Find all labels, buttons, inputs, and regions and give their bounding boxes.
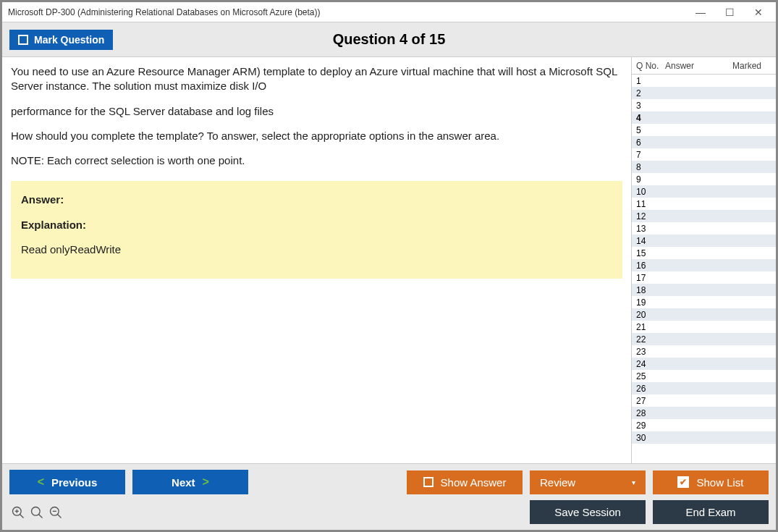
list-row[interactable]: 10 (632, 185, 776, 198)
review-button[interactable]: Review ▾ (530, 470, 646, 494)
mark-question-label: Mark Question (34, 34, 104, 46)
minimize-icon[interactable]: — (686, 4, 715, 21)
row-qno: 1 (632, 76, 661, 86)
question-title: Question 4 of 15 (333, 31, 446, 48)
save-session-button[interactable]: Save Session (530, 500, 646, 524)
list-row[interactable]: 25 (632, 370, 776, 382)
previous-button[interactable]: < Previous (9, 470, 125, 494)
question-text: You need to use an Azure Resource Manage… (11, 64, 622, 94)
checkbox-icon (423, 477, 434, 487)
row-qno: 2 (632, 88, 661, 98)
row-qno: 25 (632, 371, 661, 381)
list-row[interactable]: 8 (632, 161, 776, 173)
list-row[interactable]: 9 (632, 173, 776, 185)
list-row[interactable]: 3 (632, 99, 776, 111)
list-row[interactable]: 27 (632, 394, 776, 407)
window-controls: — ☐ ✕ (686, 4, 773, 21)
list-row[interactable]: 28 (632, 407, 776, 419)
explanation-text: Read onlyReadWrite (21, 242, 612, 257)
question-list-panel: Q No. Answer Marked 12345678910111213141… (631, 57, 776, 463)
list-row[interactable]: 23 (632, 345, 776, 358)
list-row[interactable]: 6 (632, 136, 776, 148)
row-qno: 15 (632, 248, 661, 258)
next-button[interactable]: Next > (132, 470, 248, 494)
svg-point-4 (32, 507, 41, 516)
row-qno: 24 (632, 359, 661, 369)
list-row[interactable]: 14 (632, 235, 776, 247)
list-row[interactable]: 12 (632, 210, 776, 222)
row-qno: 12 (632, 211, 661, 221)
button-row: < Previous Next > Show Answer Review ▾ ✔… (9, 470, 769, 494)
chevron-right-icon: > (203, 476, 209, 489)
review-label: Review (540, 476, 575, 489)
toolbar: Mark Question Question 4 of 15 (2, 22, 776, 57)
maximize-icon[interactable]: ☐ (715, 4, 744, 21)
list-row[interactable]: 11 (632, 198, 776, 210)
question-text: performance for the SQL Server database … (11, 104, 622, 119)
end-exam-label: End Exam (685, 506, 735, 518)
footer: < Previous Next > Show Answer Review ▾ ✔… (2, 463, 776, 530)
zoom-out-icon[interactable] (48, 505, 63, 523)
list-row[interactable]: 4 (632, 111, 776, 124)
list-row[interactable]: 26 (632, 382, 776, 394)
row-qno: 9 (632, 174, 661, 185)
dropdown-icon: ▾ (632, 478, 635, 486)
row-qno: 8 (632, 162, 661, 172)
row-qno: 22 (632, 334, 661, 345)
svg-line-1 (20, 515, 24, 518)
row-qno: 20 (632, 310, 661, 320)
question-text: How should you complete the template? To… (11, 129, 622, 143)
list-row[interactable]: 1 (632, 75, 776, 87)
zoom-controls (9, 505, 63, 523)
zoom-in-icon[interactable] (11, 505, 25, 523)
row-qno: 29 (632, 421, 661, 431)
row-qno: 4 (632, 113, 661, 123)
list-row[interactable]: 29 (632, 419, 776, 431)
show-list-label: Show List (696, 476, 743, 489)
zoom-reset-icon[interactable] (30, 505, 44, 523)
list-header: Q No. Answer Marked (632, 57, 776, 75)
list-row[interactable]: 20 (632, 308, 776, 321)
list-row[interactable]: 17 (632, 271, 776, 284)
list-row[interactable]: 5 (632, 124, 776, 136)
row-qno: 7 (632, 150, 661, 160)
question-list[interactable]: 1234567891011121314151617181920212223242… (632, 75, 776, 463)
question-panel: You need to use an Azure Resource Manage… (2, 57, 631, 463)
col-qno: Q No. (632, 61, 665, 71)
list-row[interactable]: 13 (632, 222, 776, 235)
list-row[interactable]: 15 (632, 247, 776, 259)
list-row[interactable]: 22 (632, 333, 776, 345)
row-qno: 10 (632, 187, 661, 197)
row-qno: 6 (632, 138, 661, 148)
list-row[interactable]: 19 (632, 296, 776, 308)
question-text: NOTE: Each correct selection is worth on… (11, 153, 622, 168)
list-row[interactable]: 2 (632, 87, 776, 99)
end-exam-button[interactable]: End Exam (653, 500, 769, 524)
list-row[interactable]: 24 (632, 358, 776, 370)
list-row[interactable]: 18 (632, 284, 776, 296)
row-qno: 18 (632, 285, 661, 295)
row-qno: 16 (632, 261, 661, 271)
show-list-button[interactable]: ✔ Show List (653, 470, 769, 494)
save-session-label: Save Session (554, 506, 621, 518)
col-answer: Answer (665, 61, 732, 71)
row-qno: 13 (632, 224, 661, 234)
next-label: Next (172, 476, 195, 489)
row-qno: 28 (632, 408, 661, 418)
show-answer-button[interactable]: Show Answer (407, 470, 523, 494)
mark-question-button[interactable]: Mark Question (9, 30, 113, 50)
row-qno: 19 (632, 297, 661, 308)
row-qno: 26 (632, 384, 661, 394)
row-qno: 17 (632, 273, 661, 283)
list-row[interactable]: 16 (632, 259, 776, 271)
list-row[interactable]: 7 (632, 148, 776, 161)
answer-label: Answer: (21, 193, 612, 207)
col-marked: Marked (732, 61, 776, 71)
close-icon[interactable]: ✕ (744, 4, 773, 21)
row-qno: 3 (632, 101, 661, 111)
chevron-left-icon: < (38, 476, 44, 489)
titlebar: Microsoft DP-300 (Administering Relation… (2, 2, 776, 22)
row-qno: 21 (632, 322, 661, 332)
list-row[interactable]: 30 (632, 431, 776, 444)
list-row[interactable]: 21 (632, 321, 776, 333)
